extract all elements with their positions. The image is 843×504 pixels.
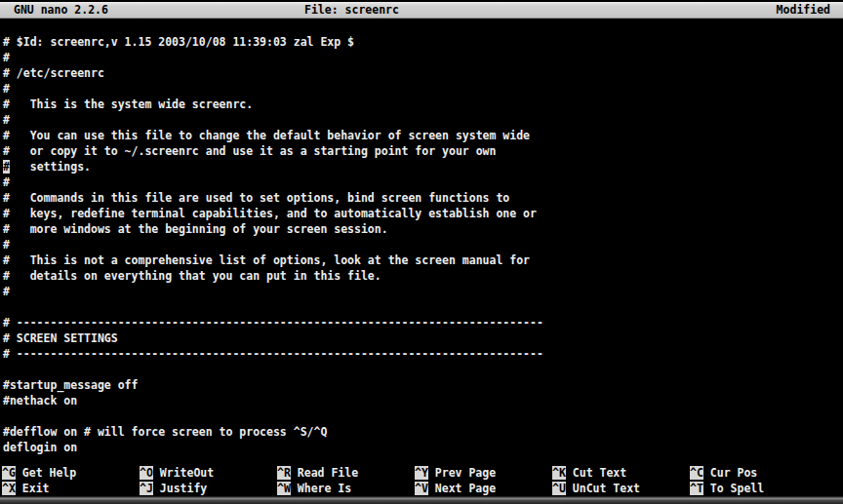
editor-line: # or copy it to ~/.screenrc and use it a…: [3, 143, 843, 159]
shortcut-key: ^Y: [415, 466, 428, 480]
shortcut-key: ^C: [690, 466, 703, 480]
editor-line: [3, 299, 843, 315]
shortcut-key: ^J: [140, 482, 153, 495]
editor-line: #: [3, 112, 843, 128]
editor-line: # details on everything that you can put…: [3, 268, 843, 284]
shortcut-key: ^X: [2, 482, 16, 495]
editor-line: [3, 408, 843, 424]
editor-line: #: [3, 237, 843, 252]
window-bottom-edge: [0, 496, 843, 504]
editor-line: # You can use this file to change the de…: [3, 128, 843, 143]
file-title: File: screenrc: [304, 2, 399, 18]
shortcut-item: ^K Cut Text: [552, 465, 690, 481]
editor-line: # --------------------------------------…: [3, 346, 843, 362]
nano-version-label: GNU nano 2.2.6: [14, 2, 108, 18]
shortcut-key: ^T: [690, 482, 703, 495]
editor-buffer[interactable]: # $Id: screenrc,v 1.15 2003/10/08 11:39:…: [0, 20, 843, 455]
shortcut-key: ^R: [277, 466, 291, 480]
shortcut-item: ^W Where Is: [277, 481, 415, 496]
shortcut-item: ^R Read File: [277, 465, 415, 481]
nano-titlebar: GNU nano 2.2.6 File: screenrc Modified: [0, 0, 843, 19]
editor-line: #: [3, 50, 843, 65]
editor-line: # $Id: screenrc,v 1.15 2003/10/08 11:39:…: [3, 34, 843, 50]
shortcut-item: ^X Exit: [2, 481, 140, 496]
shortcut-row: ^X Exit^J Justify^W Where Is^V Next Page…: [2, 481, 841, 496]
shortcut-key: ^K: [552, 466, 566, 480]
editor-line: #defflow on # will force screen to proce…: [3, 424, 843, 440]
shortcut-row: ^G Get Help^O WriteOut^R Read File^Y Pre…: [2, 465, 841, 481]
shortcut-key: ^G: [2, 466, 16, 480]
editor-line: # --------------------------------------…: [3, 315, 843, 330]
modified-indicator: Modified: [777, 2, 830, 18]
editor-line: # Commands in this file are used to set …: [3, 190, 843, 206]
status-line: [0, 451, 843, 465]
shortcut-item: ^T To Spell: [690, 481, 827, 496]
editor-line: # This is the system wide screenrc.: [3, 97, 843, 112]
editor-line: #: [3, 174, 843, 190]
shortcut-key: ^W: [277, 482, 291, 495]
editor-line: # SCREEN SETTINGS: [3, 330, 843, 346]
editor-line: # This is not a comprehensive list of op…: [3, 252, 843, 268]
shortcut-key: ^V: [415, 482, 428, 495]
editor-line: [3, 362, 843, 377]
shortcut-item: ^J Justify: [140, 481, 277, 496]
editor-line: #startup_message off: [3, 377, 843, 393]
shortcut-item: ^U UnCut Text: [552, 481, 690, 496]
editor-line: # more windows at the beginning of your …: [3, 221, 843, 237]
editor-line: #: [3, 81, 843, 97]
editor-line: # /etc/screenrc: [3, 65, 843, 81]
shortcut-item: ^O WriteOut: [140, 465, 277, 481]
shortcut-key: ^O: [140, 466, 153, 480]
terminal-window[interactable]: GNU nano 2.2.6 File: screenrc Modified #…: [0, 0, 843, 504]
shortcut-item: ^G Get Help: [2, 465, 140, 481]
shortcut-item: ^Y Prev Page: [415, 465, 552, 481]
editor-line: # keys, redefine terminal capabilities, …: [3, 206, 843, 221]
shortcut-item: ^V Next Page: [415, 481, 552, 496]
shortcut-item: ^C Cur Pos: [690, 465, 827, 481]
text-cursor: #: [3, 160, 10, 174]
editor-line: #nethack on: [3, 393, 843, 408]
shortcut-bar: ^G Get Help^O WriteOut^R Read File^Y Pre…: [2, 465, 841, 496]
shortcut-key: ^U: [552, 482, 566, 495]
editor-line: # settings.: [3, 159, 843, 174]
editor-line: #: [3, 284, 843, 299]
